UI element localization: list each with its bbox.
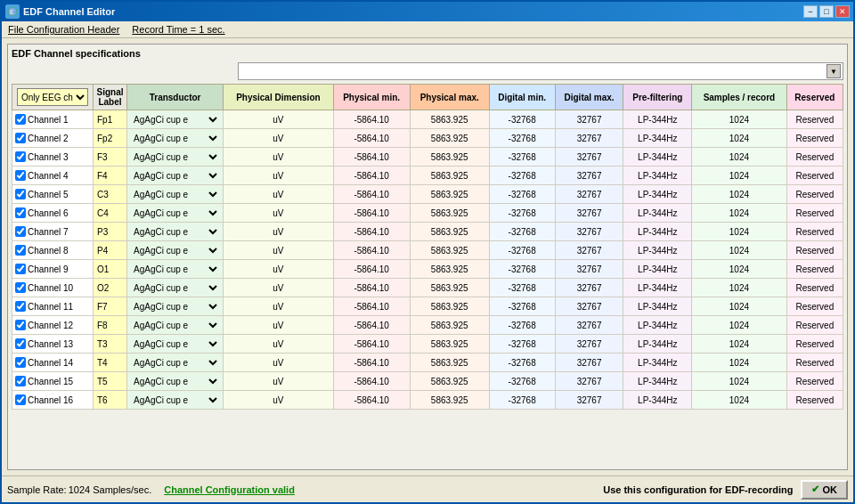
- col-header-dig-min: Digital min.: [489, 85, 555, 110]
- only-eeg-select[interactable]: Only EEG ch All channels: [17, 88, 88, 106]
- channel-checkbox-9[interactable]: [15, 264, 26, 274]
- transductor-select-13[interactable]: AgAgCi cup e: [130, 338, 220, 350]
- channel-checkbox-4[interactable]: [15, 170, 26, 181]
- transductor-select-6[interactable]: AgAgCi cup e: [130, 207, 220, 219]
- table-row: Channel 3F3AgAgCi cup euV-5864.105863.92…: [12, 148, 843, 167]
- config-valid-link[interactable]: Channel Configuration valid: [164, 484, 295, 495]
- channel-checkbox-10[interactable]: [15, 282, 26, 293]
- minimize-button[interactable]: −: [803, 5, 818, 18]
- col-header-transductor: Transductor: [127, 85, 224, 110]
- menu-bar: File Configuration Header Record Time = …: [2, 21, 853, 38]
- transductor-select-1[interactable]: AgAgCi cup e: [130, 114, 220, 126]
- menu-file-config[interactable]: File Configuration Header: [5, 23, 122, 36]
- channel-checkbox-5[interactable]: [15, 189, 26, 199]
- ok-button[interactable]: ✔ OK: [801, 480, 849, 500]
- col-header-reserved: Reserved: [786, 85, 843, 110]
- col-header-dig-max: Digital max.: [555, 85, 623, 110]
- maximize-button[interactable]: □: [819, 5, 834, 18]
- channel-table: Only EEG ch All channels Signal Label Tr…: [12, 84, 843, 410]
- table-row: Channel 11F7AgAgCi cup euV-5864.105863.9…: [12, 297, 843, 316]
- close-button[interactable]: ✕: [835, 5, 850, 18]
- transductor-select-10[interactable]: AgAgCi cup e: [130, 282, 220, 294]
- content-area: EDF Channel specifications ▼: [2, 38, 853, 476]
- transductor-select-8[interactable]: AgAgCi cup e: [130, 245, 220, 256]
- col-header-samples: Samples / record: [692, 85, 786, 110]
- table-row: Channel 5C3AgAgCi cup euV-5864.105863.92…: [12, 185, 843, 204]
- group-label: EDF Channel specifications: [12, 48, 843, 59]
- table-row: Channel 15T5AgAgCi cup euV-5864.105863.9…: [12, 372, 843, 391]
- table-scroll[interactable]: Only EEG ch All channels Signal Label Tr…: [12, 84, 843, 466]
- status-right: Use this configuration for EDF-recording…: [603, 480, 848, 500]
- col-header-signal: Signal Label: [94, 85, 127, 110]
- col-header-phys-dim: Physical Dimension: [224, 85, 333, 110]
- col-header-phys-min: Physical min.: [333, 85, 410, 110]
- transductor-select-7[interactable]: AgAgCi cup e: [130, 226, 220, 238]
- table-row: Channel 10O2AgAgCi cup euV-5864.105863.9…: [12, 279, 843, 297]
- app-icon: E: [5, 4, 20, 19]
- channel-checkbox-2[interactable]: [15, 133, 26, 143]
- ok-label: OK: [823, 484, 838, 495]
- table-row: Channel 16T6AgAgCi cup euV-5864.105863.9…: [12, 391, 843, 410]
- channel-checkbox-16[interactable]: [15, 394, 26, 405]
- use-config-label: Use this configuration for EDF-recording: [603, 484, 793, 495]
- channel-checkbox-6[interactable]: [15, 207, 26, 218]
- sample-rate-label: Sample Rate:: [7, 484, 67, 495]
- channel-table-container: Only EEG ch All channels Signal Label Tr…: [12, 84, 843, 466]
- title-bar-left: E EDF Channel Editor: [5, 4, 115, 19]
- transductor-select-5[interactable]: AgAgCi cup e: [130, 189, 220, 200]
- col-header-phys-max: Physical max.: [410, 85, 489, 110]
- window-title: EDF Channel Editor: [23, 6, 115, 17]
- channel-checkbox-14[interactable]: [15, 357, 26, 368]
- transductor-select-15[interactable]: AgAgCi cup e: [130, 376, 220, 387]
- transductor-select-3[interactable]: AgAgCi cup e: [130, 151, 220, 163]
- transductor-select-2[interactable]: AgAgCi cup e: [130, 133, 220, 144]
- channel-checkbox-13[interactable]: [15, 338, 26, 349]
- svg-text:E: E: [10, 9, 14, 15]
- channel-filter-dropdown[interactable]: ▼: [238, 62, 843, 80]
- transductor-select-14[interactable]: AgAgCi cup e: [130, 357, 220, 369]
- table-scroll-area: Only EEG ch All channels Signal Label Tr…: [12, 84, 843, 466]
- channel-checkbox-15[interactable]: [15, 376, 26, 386]
- table-row: Channel 4F4AgAgCi cup euV-5864.105863.92…: [12, 167, 843, 185]
- channel-checkbox-7[interactable]: [15, 226, 26, 237]
- channel-checkbox-3[interactable]: [15, 151, 26, 162]
- table-row: Channel 2Fp2AgAgCi cup euV-5864.105863.9…: [12, 129, 843, 148]
- table-row: Channel 1Fp1AgAgCi cup euV-5864.105863.9…: [12, 110, 843, 129]
- main-window: E EDF Channel Editor − □ ✕ File Configur…: [0, 0, 855, 504]
- sample-rate-value: 1024 Samples/sec.: [69, 484, 152, 495]
- col-header-filter: Only EEG ch All channels: [12, 85, 94, 110]
- dropdown-bar: ▼: [12, 62, 843, 80]
- table-row: Channel 13T3AgAgCi cup euV-5864.105863.9…: [12, 335, 843, 354]
- dropdown-arrow-icon[interactable]: ▼: [826, 64, 841, 78]
- table-row: Channel 6C4AgAgCi cup euV-5864.105863.92…: [12, 204, 843, 223]
- table-row: Channel 7P3AgAgCi cup euV-5864.105863.92…: [12, 223, 843, 241]
- transductor-select-4[interactable]: AgAgCi cup e: [130, 170, 220, 182]
- title-bar: E EDF Channel Editor − □ ✕: [2, 2, 853, 21]
- col-header-prefilter: Pre-filtering: [623, 85, 692, 110]
- transductor-select-9[interactable]: AgAgCi cup e: [130, 264, 220, 275]
- transductor-select-11[interactable]: AgAgCi cup e: [130, 301, 220, 313]
- channel-checkbox-12[interactable]: [15, 320, 26, 330]
- menu-record-time: Record Time = 1 sec.: [129, 23, 227, 36]
- channel-checkbox-1[interactable]: [15, 114, 26, 125]
- status-bar: Sample Rate: 1024 Samples/sec. Channel C…: [2, 476, 853, 502]
- table-row: Channel 9O1AgAgCi cup euV-5864.105863.92…: [12, 260, 843, 279]
- transductor-select-16[interactable]: AgAgCi cup e: [130, 394, 220, 406]
- table-row: Channel 8P4AgAgCi cup euV-5864.105863.92…: [12, 241, 843, 260]
- channel-checkbox-8[interactable]: [15, 245, 26, 256]
- table-row: Channel 12F8AgAgCi cup euV-5864.105863.9…: [12, 316, 843, 335]
- edf-channel-group: EDF Channel specifications ▼: [7, 44, 848, 470]
- channel-checkbox-11[interactable]: [15, 301, 26, 312]
- table-row: Channel 14T4AgAgCi cup euV-5864.105863.9…: [12, 354, 843, 372]
- transductor-select-12[interactable]: AgAgCi cup e: [130, 320, 220, 331]
- title-buttons: − □ ✕: [803, 5, 850, 18]
